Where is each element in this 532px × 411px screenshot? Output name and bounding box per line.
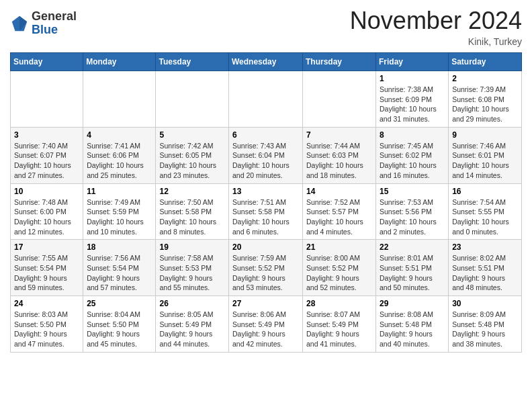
day-info: Sunrise: 8:08 AM Sunset: 5:48 PM Dayligh… xyxy=(380,310,445,349)
calendar-cell xyxy=(83,71,156,128)
calendar-cell: 2Sunrise: 7:39 AM Sunset: 6:08 PM Daylig… xyxy=(449,71,522,128)
day-number: 25 xyxy=(87,299,152,308)
day-info: Sunrise: 8:07 AM Sunset: 5:49 PM Dayligh… xyxy=(306,310,372,349)
calendar-cell: 28Sunrise: 8:07 AM Sunset: 5:49 PM Dayli… xyxy=(303,296,376,353)
month-title: November 2024 xyxy=(350,7,522,35)
calendar-cell: 24Sunrise: 8:03 AM Sunset: 5:50 PM Dayli… xyxy=(11,296,83,353)
day-info: Sunrise: 8:05 AM Sunset: 5:49 PM Dayligh… xyxy=(159,310,225,349)
day-info: Sunrise: 8:06 AM Sunset: 5:49 PM Dayligh… xyxy=(232,310,299,349)
day-number: 8 xyxy=(380,130,445,140)
day-number: 6 xyxy=(232,130,299,140)
day-number: 28 xyxy=(306,299,372,308)
day-number: 16 xyxy=(452,187,518,196)
calendar-week: 24Sunrise: 8:03 AM Sunset: 5:50 PM Dayli… xyxy=(11,296,522,353)
day-number: 21 xyxy=(306,242,372,252)
day-number: 30 xyxy=(452,299,518,308)
calendar-cell: 22Sunrise: 8:01 AM Sunset: 5:51 PM Dayli… xyxy=(376,240,449,296)
logo-blue: Blue xyxy=(32,23,58,36)
day-number: 3 xyxy=(14,130,79,140)
title-area: November 2024 Kinik, Turkey xyxy=(350,7,522,47)
day-number: 7 xyxy=(306,130,372,140)
weekday-header: Saturday xyxy=(449,53,522,71)
day-info: Sunrise: 7:40 AM Sunset: 6:07 PM Dayligh… xyxy=(14,141,79,181)
day-number: 19 xyxy=(159,242,225,252)
day-info: Sunrise: 7:55 AM Sunset: 5:54 PM Dayligh… xyxy=(14,253,79,293)
calendar-cell xyxy=(156,71,229,128)
calendar-cell: 21Sunrise: 8:00 AM Sunset: 5:52 PM Dayli… xyxy=(303,240,376,296)
calendar-cell xyxy=(303,71,376,128)
calendar-cell: 4Sunrise: 7:41 AM Sunset: 6:06 PM Daylig… xyxy=(83,127,156,183)
calendar-cell: 9Sunrise: 7:46 AM Sunset: 6:01 PM Daylig… xyxy=(449,127,522,183)
day-info: Sunrise: 7:59 AM Sunset: 5:52 PM Dayligh… xyxy=(232,253,299,293)
calendar-cell: 29Sunrise: 8:08 AM Sunset: 5:48 PM Dayli… xyxy=(376,296,449,353)
calendar-cell: 14Sunrise: 7:52 AM Sunset: 5:57 PM Dayli… xyxy=(303,183,376,240)
day-info: Sunrise: 8:03 AM Sunset: 5:50 PM Dayligh… xyxy=(14,310,79,349)
day-number: 17 xyxy=(14,242,79,252)
weekday-header: Sunday xyxy=(11,53,83,71)
day-number: 2 xyxy=(452,74,518,83)
day-info: Sunrise: 7:39 AM Sunset: 6:08 PM Dayligh… xyxy=(452,85,518,124)
day-info: Sunrise: 8:09 AM Sunset: 5:48 PM Dayligh… xyxy=(452,310,518,349)
day-number: 9 xyxy=(452,130,518,140)
calendar-cell: 13Sunrise: 7:51 AM Sunset: 5:58 PM Dayli… xyxy=(229,183,303,240)
calendar-cell: 5Sunrise: 7:42 AM Sunset: 6:05 PM Daylig… xyxy=(156,127,229,183)
day-info: Sunrise: 7:41 AM Sunset: 6:06 PM Dayligh… xyxy=(87,141,152,181)
calendar-cell: 3Sunrise: 7:40 AM Sunset: 6:07 PM Daylig… xyxy=(11,127,83,183)
weekday-header: Friday xyxy=(376,53,449,71)
day-info: Sunrise: 7:54 AM Sunset: 5:55 PM Dayligh… xyxy=(452,197,518,237)
day-info: Sunrise: 7:58 AM Sunset: 5:53 PM Dayligh… xyxy=(159,253,225,293)
weekday-header: Tuesday xyxy=(156,53,229,71)
calendar-body: 1Sunrise: 7:38 AM Sunset: 6:09 PM Daylig… xyxy=(11,71,522,353)
day-info: Sunrise: 7:46 AM Sunset: 6:01 PM Dayligh… xyxy=(452,141,518,181)
day-number: 14 xyxy=(306,187,372,196)
calendar-cell: 27Sunrise: 8:06 AM Sunset: 5:49 PM Dayli… xyxy=(229,296,303,353)
day-number: 10 xyxy=(14,187,79,196)
weekday-header: Monday xyxy=(83,53,156,71)
calendar-cell: 18Sunrise: 7:56 AM Sunset: 5:54 PM Dayli… xyxy=(83,240,156,296)
calendar-cell: 1Sunrise: 7:38 AM Sunset: 6:09 PM Daylig… xyxy=(376,71,449,128)
day-info: Sunrise: 7:44 AM Sunset: 6:03 PM Dayligh… xyxy=(306,141,372,181)
calendar-cell: 10Sunrise: 7:48 AM Sunset: 6:00 PM Dayli… xyxy=(11,183,83,240)
calendar-cell: 30Sunrise: 8:09 AM Sunset: 5:48 PM Dayli… xyxy=(449,296,522,353)
calendar-cell: 26Sunrise: 8:05 AM Sunset: 5:49 PM Dayli… xyxy=(156,296,229,353)
day-info: Sunrise: 7:42 AM Sunset: 6:05 PM Dayligh… xyxy=(159,141,225,181)
logo-text: General Blue xyxy=(32,10,77,37)
day-number: 12 xyxy=(159,187,225,196)
calendar-cell: 19Sunrise: 7:58 AM Sunset: 5:53 PM Dayli… xyxy=(156,240,229,296)
calendar-cell: 7Sunrise: 7:44 AM Sunset: 6:03 PM Daylig… xyxy=(303,127,376,183)
day-info: Sunrise: 7:38 AM Sunset: 6:09 PM Dayligh… xyxy=(380,85,445,124)
calendar-cell: 25Sunrise: 8:04 AM Sunset: 5:50 PM Dayli… xyxy=(83,296,156,353)
day-number: 4 xyxy=(87,130,152,140)
day-number: 24 xyxy=(14,299,79,308)
day-number: 22 xyxy=(380,242,445,252)
day-info: Sunrise: 8:01 AM Sunset: 5:51 PM Dayligh… xyxy=(380,253,445,293)
day-info: Sunrise: 7:50 AM Sunset: 5:58 PM Dayligh… xyxy=(159,197,225,237)
day-info: Sunrise: 7:48 AM Sunset: 6:00 PM Dayligh… xyxy=(14,197,79,237)
calendar-cell: 15Sunrise: 7:53 AM Sunset: 5:56 PM Dayli… xyxy=(376,183,449,240)
logo: General Blue xyxy=(10,10,77,37)
day-info: Sunrise: 7:53 AM Sunset: 5:56 PM Dayligh… xyxy=(380,197,445,237)
weekday-header: Thursday xyxy=(303,53,376,71)
day-number: 23 xyxy=(452,242,518,252)
calendar-cell xyxy=(229,71,303,128)
logo-general: General xyxy=(32,9,77,23)
calendar-cell: 17Sunrise: 7:55 AM Sunset: 5:54 PM Dayli… xyxy=(11,240,83,296)
day-number: 5 xyxy=(159,130,225,140)
day-info: Sunrise: 8:04 AM Sunset: 5:50 PM Dayligh… xyxy=(87,310,152,349)
calendar-header: SundayMondayTuesdayWednesdayThursdayFrid… xyxy=(11,53,522,71)
day-number: 29 xyxy=(380,299,445,308)
day-info: Sunrise: 7:56 AM Sunset: 5:54 PM Dayligh… xyxy=(87,253,152,293)
day-number: 15 xyxy=(380,187,445,196)
day-info: Sunrise: 7:52 AM Sunset: 5:57 PM Dayligh… xyxy=(306,197,372,237)
page-header: General Blue November 2024 Kinik, Turkey xyxy=(10,7,522,47)
calendar-cell: 16Sunrise: 7:54 AM Sunset: 5:55 PM Dayli… xyxy=(449,183,522,240)
day-info: Sunrise: 7:49 AM Sunset: 5:59 PM Dayligh… xyxy=(87,197,152,237)
day-info: Sunrise: 7:51 AM Sunset: 5:58 PM Dayligh… xyxy=(232,197,299,237)
day-number: 27 xyxy=(232,299,299,308)
day-info: Sunrise: 8:02 AM Sunset: 5:51 PM Dayligh… xyxy=(452,253,518,293)
day-number: 26 xyxy=(159,299,225,308)
location: Kinik, Turkey xyxy=(350,36,522,47)
day-number: 18 xyxy=(87,242,152,252)
calendar-week: 1Sunrise: 7:38 AM Sunset: 6:09 PM Daylig… xyxy=(11,71,522,128)
day-info: Sunrise: 8:00 AM Sunset: 5:52 PM Dayligh… xyxy=(306,253,372,293)
